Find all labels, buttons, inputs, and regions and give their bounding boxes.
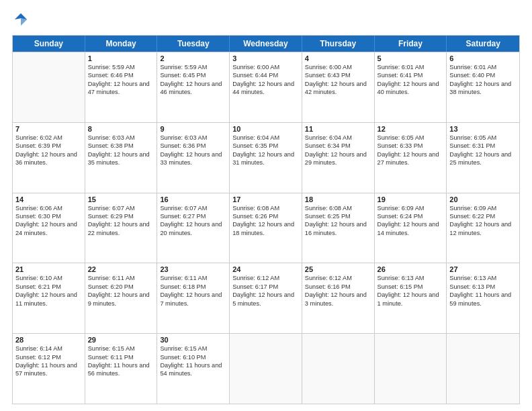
calendar-week-2: 7Sunrise: 6:02 AM Sunset: 6:39 PM Daylig… xyxy=(13,122,519,193)
day-number: 3 xyxy=(232,54,299,62)
page: SundayMondayTuesdayWednesdayThursdayFrid… xyxy=(0,0,532,411)
day-info: Sunrise: 6:07 AM Sunset: 6:29 PM Dayligh… xyxy=(88,204,154,238)
day-number: 22 xyxy=(88,265,154,273)
calendar-header: SundayMondayTuesdayWednesdayThursdayFrid… xyxy=(13,36,519,52)
calendar-cell: 3Sunrise: 6:00 AM Sunset: 6:44 PM Daylig… xyxy=(230,52,302,122)
calendar-body: 1Sunrise: 5:59 AM Sunset: 6:46 PM Daylig… xyxy=(13,52,519,404)
calendar-cell: 8Sunrise: 6:03 AM Sunset: 6:38 PM Daylig… xyxy=(85,123,158,193)
day-number: 25 xyxy=(305,265,371,273)
day-info: Sunrise: 6:08 AM Sunset: 6:26 PM Dayligh… xyxy=(232,204,299,238)
day-info: Sunrise: 6:03 AM Sunset: 6:36 PM Dayligh… xyxy=(160,134,226,167)
calendar-cell: 7Sunrise: 6:02 AM Sunset: 6:39 PM Daylig… xyxy=(13,123,85,193)
day-info: Sunrise: 6:15 AM Sunset: 6:10 PM Dayligh… xyxy=(160,345,226,378)
day-info: Sunrise: 6:09 AM Sunset: 6:22 PM Dayligh… xyxy=(449,204,517,238)
day-number: 7 xyxy=(15,125,82,133)
day-number: 14 xyxy=(15,195,82,203)
calendar-cell: 20Sunrise: 6:09 AM Sunset: 6:22 PM Dayli… xyxy=(447,193,519,263)
calendar-week-5: 28Sunrise: 6:14 AM Sunset: 6:12 PM Dayli… xyxy=(13,333,519,404)
day-number: 13 xyxy=(449,125,517,133)
day-number: 15 xyxy=(88,195,154,203)
day-number: 24 xyxy=(232,265,299,273)
calendar-cell: 1Sunrise: 5:59 AM Sunset: 6:46 PM Daylig… xyxy=(85,52,158,122)
calendar-cell xyxy=(302,334,375,404)
calendar-cell: 6Sunrise: 6:01 AM Sunset: 6:40 PM Daylig… xyxy=(447,52,519,122)
calendar-cell: 12Sunrise: 6:05 AM Sunset: 6:33 PM Dayli… xyxy=(375,123,447,193)
calendar-week-1: 1Sunrise: 5:59 AM Sunset: 6:46 PM Daylig… xyxy=(13,52,519,122)
logo-icon xyxy=(13,12,28,27)
calendar-cell: 25Sunrise: 6:12 AM Sunset: 6:16 PM Dayli… xyxy=(302,263,375,333)
day-info: Sunrise: 5:59 AM Sunset: 6:45 PM Dayligh… xyxy=(160,63,226,97)
day-number: 19 xyxy=(378,195,444,203)
day-number: 28 xyxy=(15,336,82,344)
day-number: 9 xyxy=(160,125,226,133)
day-number: 2 xyxy=(160,54,226,62)
day-info: Sunrise: 6:11 AM Sunset: 6:20 PM Dayligh… xyxy=(88,274,154,308)
calendar-cell: 4Sunrise: 6:00 AM Sunset: 6:43 PM Daylig… xyxy=(302,52,375,122)
day-number: 12 xyxy=(378,125,444,133)
calendar-cell: 14Sunrise: 6:06 AM Sunset: 6:30 PM Dayli… xyxy=(13,193,85,263)
day-number: 18 xyxy=(305,195,371,203)
day-number: 20 xyxy=(449,195,517,203)
day-info: Sunrise: 6:04 AM Sunset: 6:34 PM Dayligh… xyxy=(305,134,371,167)
day-info: Sunrise: 6:11 AM Sunset: 6:18 PM Dayligh… xyxy=(160,274,226,308)
day-header-thursday: Thursday xyxy=(302,36,375,52)
calendar-cell: 29Sunrise: 6:15 AM Sunset: 6:11 PM Dayli… xyxy=(85,334,158,404)
calendar-cell xyxy=(13,52,85,122)
calendar-cell: 30Sunrise: 6:15 AM Sunset: 6:10 PM Dayli… xyxy=(157,334,230,404)
calendar-cell: 10Sunrise: 6:04 AM Sunset: 6:35 PM Dayli… xyxy=(230,123,302,193)
day-number: 30 xyxy=(160,336,226,344)
day-header-sunday: Sunday xyxy=(13,36,85,52)
day-number: 29 xyxy=(88,336,154,344)
day-info: Sunrise: 6:03 AM Sunset: 6:38 PM Dayligh… xyxy=(88,134,154,167)
day-info: Sunrise: 6:14 AM Sunset: 6:12 PM Dayligh… xyxy=(15,345,82,378)
day-info: Sunrise: 6:13 AM Sunset: 6:13 PM Dayligh… xyxy=(449,274,517,308)
day-info: Sunrise: 6:06 AM Sunset: 6:30 PM Dayligh… xyxy=(15,204,82,238)
calendar-week-4: 21Sunrise: 6:10 AM Sunset: 6:21 PM Dayli… xyxy=(13,263,519,333)
day-header-tuesday: Tuesday xyxy=(157,36,230,52)
day-info: Sunrise: 6:04 AM Sunset: 6:35 PM Dayligh… xyxy=(232,134,299,167)
day-info: Sunrise: 6:00 AM Sunset: 6:43 PM Dayligh… xyxy=(305,63,371,97)
day-info: Sunrise: 6:13 AM Sunset: 6:15 PM Dayligh… xyxy=(378,274,444,308)
day-info: Sunrise: 6:01 AM Sunset: 6:41 PM Dayligh… xyxy=(378,63,444,97)
calendar-cell: 23Sunrise: 6:11 AM Sunset: 6:18 PM Dayli… xyxy=(157,263,230,333)
day-number: 26 xyxy=(378,265,444,273)
header xyxy=(12,12,520,30)
day-info: Sunrise: 6:05 AM Sunset: 6:33 PM Dayligh… xyxy=(378,134,444,167)
day-number: 23 xyxy=(160,265,226,273)
day-number: 5 xyxy=(378,54,444,62)
day-number: 21 xyxy=(15,265,82,273)
day-number: 11 xyxy=(305,125,371,133)
day-info: Sunrise: 6:09 AM Sunset: 6:24 PM Dayligh… xyxy=(378,204,444,238)
day-header-friday: Friday xyxy=(375,36,447,52)
calendar-cell: 15Sunrise: 6:07 AM Sunset: 6:29 PM Dayli… xyxy=(85,193,158,263)
day-info: Sunrise: 6:05 AM Sunset: 6:31 PM Dayligh… xyxy=(449,134,517,167)
svg-marker-1 xyxy=(21,18,27,26)
day-number: 8 xyxy=(88,125,154,133)
day-info: Sunrise: 6:01 AM Sunset: 6:40 PM Dayligh… xyxy=(449,63,517,97)
day-number: 6 xyxy=(449,54,517,62)
day-number: 4 xyxy=(305,54,371,62)
calendar-cell: 26Sunrise: 6:13 AM Sunset: 6:15 PM Dayli… xyxy=(375,263,447,333)
day-info: Sunrise: 6:10 AM Sunset: 6:21 PM Dayligh… xyxy=(15,274,82,308)
calendar-cell: 17Sunrise: 6:08 AM Sunset: 6:26 PM Dayli… xyxy=(230,193,302,263)
calendar-week-3: 14Sunrise: 6:06 AM Sunset: 6:30 PM Dayli… xyxy=(13,193,519,263)
calendar-cell: 13Sunrise: 6:05 AM Sunset: 6:31 PM Dayli… xyxy=(447,123,519,193)
day-info: Sunrise: 5:59 AM Sunset: 6:46 PM Dayligh… xyxy=(88,63,154,97)
calendar-cell: 11Sunrise: 6:04 AM Sunset: 6:34 PM Dayli… xyxy=(302,123,375,193)
calendar-cell: 2Sunrise: 5:59 AM Sunset: 6:45 PM Daylig… xyxy=(157,52,230,122)
calendar-cell xyxy=(375,334,447,404)
calendar-cell: 5Sunrise: 6:01 AM Sunset: 6:41 PM Daylig… xyxy=(375,52,447,122)
day-number: 16 xyxy=(160,195,226,203)
day-info: Sunrise: 6:12 AM Sunset: 6:16 PM Dayligh… xyxy=(305,274,371,308)
day-number: 27 xyxy=(449,265,517,273)
day-number: 1 xyxy=(88,54,154,62)
calendar-cell: 18Sunrise: 6:08 AM Sunset: 6:25 PM Dayli… xyxy=(302,193,375,263)
day-info: Sunrise: 6:08 AM Sunset: 6:25 PM Dayligh… xyxy=(305,204,371,238)
day-number: 17 xyxy=(232,195,299,203)
day-number: 10 xyxy=(232,125,299,133)
day-info: Sunrise: 6:15 AM Sunset: 6:11 PM Dayligh… xyxy=(88,345,154,378)
calendar-cell: 27Sunrise: 6:13 AM Sunset: 6:13 PM Dayli… xyxy=(447,263,519,333)
day-header-monday: Monday xyxy=(85,36,158,52)
day-info: Sunrise: 6:12 AM Sunset: 6:17 PM Dayligh… xyxy=(232,274,299,308)
day-header-saturday: Saturday xyxy=(447,36,519,52)
